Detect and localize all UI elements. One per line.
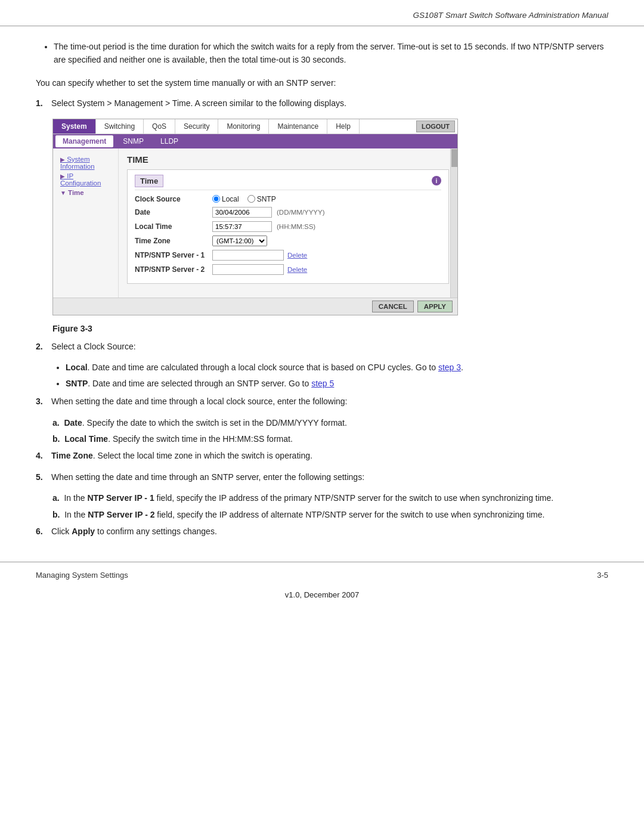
nav-tab-maintenance[interactable]: Maintenance xyxy=(269,119,327,134)
sub-tab-lldp[interactable]: LLDP xyxy=(153,135,185,147)
nav-tab-monitoring[interactable]: Monitoring xyxy=(218,119,269,134)
panel-title: Time xyxy=(135,175,163,187)
step-2-text: Select a Clock Source: xyxy=(51,340,608,354)
logout-button[interactable]: LOGOUT xyxy=(416,120,455,132)
form-row-clock-source: Clock Source Local SNTP xyxy=(135,195,441,203)
step-5b-label: b. xyxy=(52,510,60,519)
radio-sntp[interactable]: SNTP xyxy=(247,195,276,203)
radio-local[interactable]: Local xyxy=(212,195,239,203)
step-1-text: Select System > Management > Time. A scr… xyxy=(51,97,608,110)
step-3b-bold: Local Time xyxy=(64,434,108,444)
nav-tab-switching[interactable]: Switching xyxy=(96,119,144,134)
switch-ui-screenshot: System Switching QoS Security Monitoring… xyxy=(52,119,458,315)
step-1: 1. Select System > Management > Time. A … xyxy=(36,97,608,110)
link-step3[interactable]: step 3 xyxy=(438,363,461,372)
date-hint: (DD/MM/YYYY) xyxy=(277,209,325,216)
footer-bottom: v1.0, December 2007 xyxy=(0,588,644,611)
step-3a-bold: Date xyxy=(64,418,82,428)
ntp2-delete-link[interactable]: Delete xyxy=(287,266,307,273)
step-3: 3. When setting the date and time throug… xyxy=(36,395,608,408)
footer-right: 3-5 xyxy=(597,571,608,580)
radio-sntp-input[interactable] xyxy=(247,195,255,203)
nav-tab-security[interactable]: Security xyxy=(175,119,218,134)
nav-tab-system[interactable]: System xyxy=(53,119,96,134)
ui-sidebar: ▶ System Information ▶ IP Configuration … xyxy=(53,148,119,298)
panel-header: Time i xyxy=(135,175,441,190)
form-row-date: Date (DD/MM/YYYY) xyxy=(135,207,441,218)
form-row-local-time: Local Time (HH:MM:SS) xyxy=(135,221,441,232)
step-4-text: Time Zone. Select the local time zone in… xyxy=(51,450,608,463)
step-2-bullets: Local. Date and time are calculated thro… xyxy=(52,361,608,390)
time-panel: Time i Clock Source Local SNTP xyxy=(127,169,449,284)
intro-text: You can specify whether to set the syste… xyxy=(36,77,608,90)
clock-source-label: Clock Source xyxy=(135,195,212,203)
ntp1-delete-link[interactable]: Delete xyxy=(287,252,307,259)
bullet-sntp-bold: SNTP xyxy=(66,379,88,388)
step-5-num: 5. xyxy=(36,471,47,484)
date-label: Date xyxy=(135,208,212,216)
sub-nav-bar: Management SNMP LLDP xyxy=(53,134,457,148)
info-icon[interactable]: i xyxy=(432,176,441,185)
step-2-bullet-local: Local. Date and time are calculated thro… xyxy=(66,361,608,374)
page-header: GS108T Smart Switch Software Administrat… xyxy=(0,0,644,26)
figure-caption: Figure 3-3 xyxy=(52,324,608,333)
step-5a-label: a. xyxy=(52,493,60,503)
link-step5[interactable]: step 5 xyxy=(311,379,334,388)
sidebar-item-time[interactable]: ▼ Time xyxy=(58,188,113,197)
step-2-num: 2. xyxy=(36,340,47,354)
step-6: 6. Click Apply to confirm any settings c… xyxy=(36,525,608,538)
step-4-num: 4. xyxy=(36,450,47,463)
clock-source-radio-group: Local SNTP xyxy=(212,195,276,203)
scrollbar[interactable] xyxy=(450,148,457,298)
bullet-local-bold: Local xyxy=(66,363,88,372)
step-6-text: Click Apply to confirm any settings chan… xyxy=(51,525,608,538)
step-3b-label: b. xyxy=(52,434,60,444)
local-time-hint: (HH:MM:SS) xyxy=(277,223,315,230)
sub-tab-snmp[interactable]: SNMP xyxy=(116,135,151,147)
step-5b-bold: NTP Server IP - 2 xyxy=(88,510,154,519)
step-3-num: 3. xyxy=(36,395,47,408)
step-5b: b. In the NTP Server IP - 2 field, speci… xyxy=(52,509,608,522)
ntp2-input[interactable] xyxy=(212,264,284,275)
ntp1-label: NTP/SNTP Server - 1 xyxy=(135,251,212,259)
ntp1-input[interactable] xyxy=(212,250,284,261)
step-5a: a. In the NTP Server IP - 1 field, speci… xyxy=(52,492,608,505)
nav-tab-help[interactable]: Help xyxy=(327,119,360,134)
ntp2-label: NTP/SNTP Server - 2 xyxy=(135,265,212,274)
nav-bar: System Switching QoS Security Monitoring… xyxy=(53,119,457,134)
page-footer: Managing System Settings 3-5 xyxy=(0,562,644,588)
form-row-ntp1: NTP/SNTP Server - 1 Delete xyxy=(135,250,441,261)
manual-title: GS108T Smart Switch Software Administrat… xyxy=(413,11,608,20)
sidebar-item-ip-config[interactable]: ▶ IP Configuration xyxy=(58,171,113,188)
step-5: 5. When setting the date and time throug… xyxy=(36,471,608,484)
bullet-section: The time-out period is the time duration… xyxy=(36,41,608,66)
ui-footer: CANCEL APPLY xyxy=(53,298,457,315)
apply-button[interactable]: APPLY xyxy=(417,301,453,312)
local-time-input[interactable] xyxy=(212,221,272,232)
date-input[interactable] xyxy=(212,207,272,218)
footer-left: Managing System Settings xyxy=(36,571,128,580)
timezone-select[interactable]: (GMT-12:00) (GMT-11:00) (GMT-10:00) (GMT… xyxy=(212,236,267,246)
step-3-text: When setting the date and time through a… xyxy=(51,395,608,408)
scroll-thumb xyxy=(451,149,457,167)
ui-body: ▶ System Information ▶ IP Configuration … xyxy=(53,148,457,298)
step-3a-label: a. xyxy=(52,418,60,428)
sidebar-item-system-info[interactable]: ▶ System Information xyxy=(58,154,113,171)
footer-center: v1.0, December 2007 xyxy=(285,590,359,599)
step-2-bullet-sntp: SNTP. Date and time are selected through… xyxy=(66,377,608,391)
step-5a-bold: NTP Server IP - 1 xyxy=(87,493,154,503)
form-row-ntp2: NTP/SNTP Server - 2 Delete xyxy=(135,264,441,275)
radio-local-input[interactable] xyxy=(212,195,220,203)
local-time-label: Local Time xyxy=(135,222,212,231)
step-6-num: 6. xyxy=(36,525,47,538)
bullet-item-1: The time-out period is the time duration… xyxy=(54,41,608,66)
step-3b: b. Local Time. Specify the switch time i… xyxy=(52,433,608,446)
cancel-button[interactable]: CANCEL xyxy=(372,301,414,312)
form-row-timezone: Time Zone (GMT-12:00) (GMT-11:00) (GMT-1… xyxy=(135,236,441,246)
step-3a: a. Date. Specify the date to which the s… xyxy=(52,417,608,430)
nav-tab-qos[interactable]: QoS xyxy=(144,119,175,134)
section-title: TIME xyxy=(127,154,449,165)
step-4: 4. Time Zone. Select the local time zone… xyxy=(36,450,608,463)
sub-tab-management[interactable]: Management xyxy=(55,135,113,147)
step-1-num: 1. xyxy=(36,97,47,110)
